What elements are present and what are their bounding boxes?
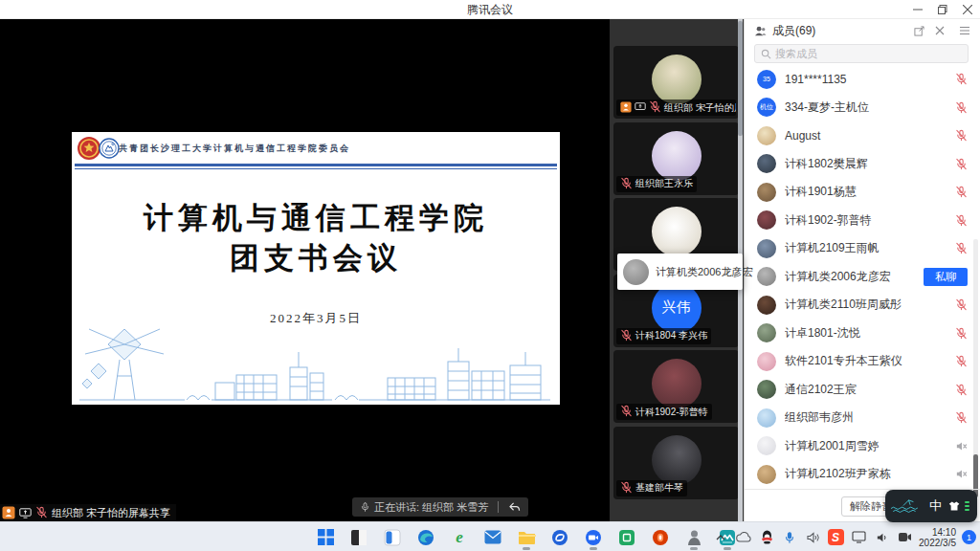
member-row[interactable]: 软件2101专升本王紫仪 [745, 347, 980, 376]
tray-speaker-icon[interactable] [873, 529, 890, 546]
tray-chevron-icon[interactable] [712, 529, 729, 546]
muted-mic-icon[interactable] [955, 73, 968, 85]
presenter-badge-icon [2, 506, 15, 519]
muted-speaker-icon[interactable] [955, 468, 968, 480]
tray-camera-icon[interactable] [896, 529, 913, 546]
muted-mic-icon[interactable] [955, 411, 968, 424]
member-row[interactable]: 35191****1135 [745, 65, 980, 94]
member-name: 计科1802樊晨辉 [785, 156, 947, 172]
muted-speaker-icon[interactable] [955, 440, 968, 452]
member-avatar [757, 239, 776, 258]
qq-icon[interactable] [758, 529, 775, 546]
maximize-button[interactable] [930, 0, 955, 19]
muted-mic-icon[interactable] [955, 186, 968, 198]
edge-browser-icon[interactable] [414, 525, 437, 550]
member-row[interactable]: 计算机类2110班周威彤 [745, 291, 980, 320]
popout-panel-icon[interactable] [911, 23, 926, 38]
tray-volume-mixer-icon[interactable] [804, 529, 821, 546]
sogou-ime-tray-icon[interactable]: S [827, 529, 844, 546]
notebook-app-icon[interactable] [347, 525, 370, 550]
presenter-badge-icon [620, 101, 632, 115]
muted-mic-icon[interactable] [955, 101, 968, 114]
member-name: 组织部韦彦州 [785, 409, 947, 426]
muted-mic-icon[interactable] [955, 158, 968, 170]
muted-mic-icon [620, 405, 633, 419]
video-thumbnail[interactable]: 基建部牛琴 [613, 427, 739, 499]
office-app-icon[interactable] [649, 525, 672, 550]
muted-mic-icon[interactable] [955, 129, 968, 142]
member-name: 计科1902-郭普特 [785, 212, 947, 229]
thumbnail-name-label: 计科1804 李兴伟 [616, 328, 711, 344]
video-thumbnail[interactable]: 组织部王永乐 [613, 122, 739, 195]
sogou-ime-bar[interactable]: 中 [885, 490, 977, 522]
panel-menu-icon[interactable] [957, 23, 972, 38]
minimize-button[interactable] [905, 0, 930, 19]
member-row[interactable]: 计卓1801-沈悦 [745, 320, 980, 348]
slide-divider-thick [75, 164, 557, 166]
green-store-app-icon[interactable] [615, 525, 638, 550]
reply-arrow-icon[interactable] [508, 502, 521, 513]
file-explorer-icon[interactable] [515, 525, 538, 550]
taskbar: e [0, 521, 980, 551]
cast-display-icon[interactable] [850, 529, 867, 546]
gray-figure-app-icon[interactable] [682, 525, 705, 550]
thumbnail-name-label: 基建部牛琴 [616, 480, 687, 496]
participant-avatar: 兴伟 [652, 283, 702, 333]
member-row[interactable]: 通信2102王宸 [745, 376, 980, 405]
muted-mic-icon[interactable] [955, 327, 968, 340]
active-mic-icon [360, 501, 370, 513]
private-chat-button[interactable]: 私聊 [924, 268, 968, 286]
member-row[interactable]: August [745, 121, 980, 150]
member-row[interactable]: 计算机2109王雨帆 [745, 234, 980, 263]
ime-skin-icon[interactable] [948, 499, 960, 513]
tencent-meeting-icon[interactable] [582, 525, 605, 550]
member-avatar: 机位 [757, 98, 776, 117]
member-row[interactable]: 计科1802樊晨辉 [745, 150, 980, 179]
campus-skyline-art [72, 323, 560, 405]
onedrive-cloud-icon[interactable] [735, 529, 752, 546]
thumbnail-scrollbar-thumb[interactable] [738, 21, 743, 136]
member-avatar [757, 267, 776, 286]
ime-mode-indicator[interactable]: 中 [929, 497, 942, 515]
tooltip-avatar [623, 259, 649, 285]
shared-screen-stage: 共青团长沙理工大学计算机与通信工程学院委员会 计算机与通信工程学院 团支书会议 … [0, 19, 610, 521]
internet-explorer-icon[interactable]: e [448, 525, 471, 550]
member-row[interactable]: 计科1901杨慧 [745, 178, 980, 207]
member-name: 通信2102王宸 [785, 382, 947, 398]
muted-mic-icon [620, 481, 633, 496]
muted-mic-icon[interactable] [955, 384, 968, 396]
toast-divider [498, 501, 499, 513]
close-button[interactable] [955, 0, 980, 19]
search-input[interactable] [775, 48, 947, 59]
task-view-icon[interactable] [381, 525, 404, 550]
muted-mic-icon [649, 100, 661, 115]
start-button[interactable] [314, 525, 337, 550]
muted-mic-icon[interactable] [955, 298, 968, 311]
mail-app-icon[interactable] [481, 525, 504, 550]
muted-mic-icon[interactable] [955, 355, 968, 367]
window-title: 腾讯会议 [0, 0, 980, 19]
member-name: 计算机2102班尹家栋 [785, 466, 947, 482]
video-thumbnail[interactable]: 计科1902-郭普特 [613, 350, 739, 423]
member-row[interactable]: 计科1902-郭普特 [745, 207, 980, 235]
muted-mic-icon[interactable] [955, 242, 968, 254]
taskbar-clock[interactable]: 14:10 2022/3/5 [919, 527, 956, 548]
muted-mic-icon[interactable] [955, 214, 968, 227]
close-panel-icon[interactable] [932, 23, 947, 38]
member-row[interactable]: 计算机2102班尹家栋 [745, 460, 980, 489]
video-thumbnail[interactable]: 组织部 宋子怡的屏幕共享 [613, 46, 739, 119]
member-avatar [757, 154, 776, 173]
member-row[interactable]: 计算机2001周雪婷 [745, 432, 980, 461]
participant-avatar [652, 435, 702, 485]
member-row[interactable]: 计算机类2006龙彦宏私聊 [745, 263, 980, 292]
member-row[interactable]: 组织部韦彦州 [745, 404, 980, 432]
member-row[interactable]: 机位334-夏梦-主机位 [745, 94, 980, 122]
member-scrollbar-track[interactable] [973, 239, 978, 490]
qq-browser-icon[interactable] [548, 525, 571, 550]
tray-mic-icon[interactable] [781, 529, 798, 546]
screen-share-icon [635, 102, 646, 114]
notification-badge[interactable]: 1 [962, 530, 976, 544]
member-search-box[interactable] [754, 44, 969, 63]
desktop: 腾讯会议 [0, 0, 980, 551]
member-avatar [757, 380, 776, 399]
